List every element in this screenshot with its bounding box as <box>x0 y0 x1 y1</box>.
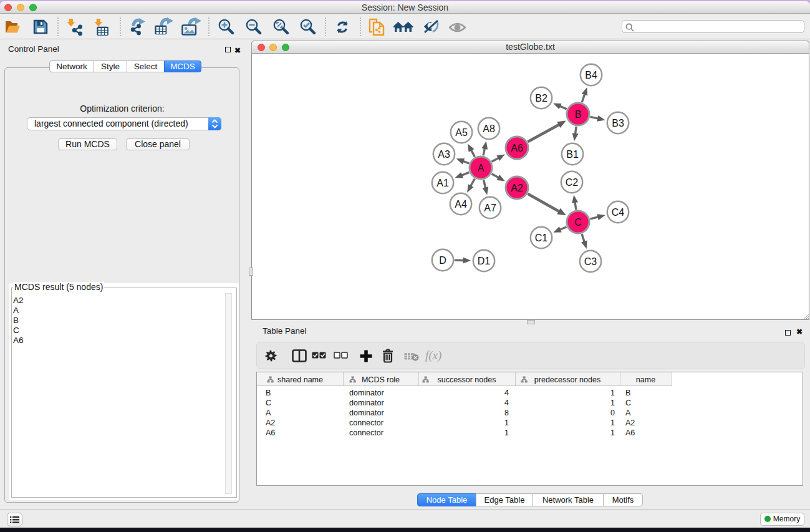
svg-text:B3: B3 <box>612 118 624 128</box>
svg-text:A5: A5 <box>455 127 468 138</box>
svg-text:A2: A2 <box>511 183 523 193</box>
svg-text:A1: A1 <box>436 178 449 188</box>
svg-text:B4: B4 <box>585 70 597 80</box>
svg-text:D1: D1 <box>478 256 491 266</box>
svg-text:A3: A3 <box>438 149 450 160</box>
svg-text:B: B <box>575 109 582 120</box>
svg-text:A6: A6 <box>511 143 523 153</box>
svg-text:B1: B1 <box>566 149 579 160</box>
svg-text:D: D <box>439 255 446 266</box>
svg-text:B2: B2 <box>535 93 547 104</box>
svg-text:C4: C4 <box>612 207 625 218</box>
svg-text:C3: C3 <box>584 256 597 267</box>
svg-text:C2: C2 <box>566 177 579 188</box>
svg-text:A4: A4 <box>455 199 467 210</box>
svg-text:A8: A8 <box>483 123 495 134</box>
svg-text:C1: C1 <box>535 233 548 243</box>
svg-text:C: C <box>574 217 582 228</box>
svg-text:A7: A7 <box>484 203 496 213</box>
svg-text:A: A <box>478 163 485 173</box>
